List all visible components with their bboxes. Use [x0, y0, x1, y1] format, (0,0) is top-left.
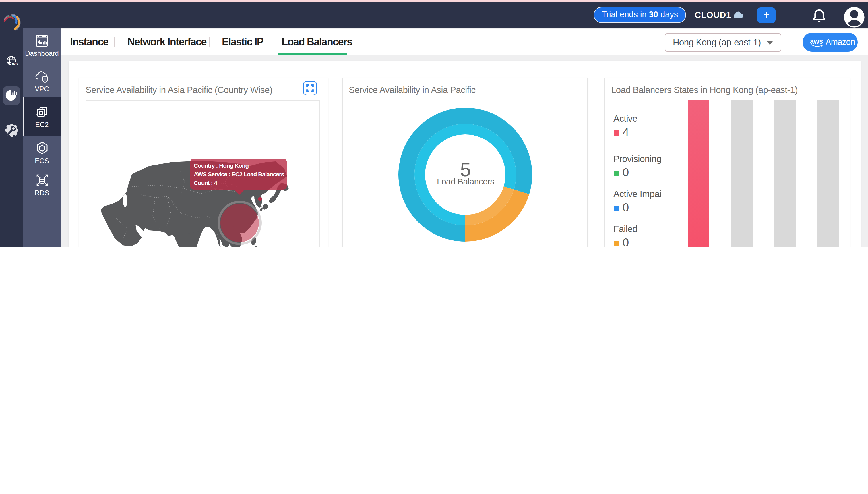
svg-text:aws: aws: [810, 37, 823, 45]
svg-text:DNS: DNS: [11, 62, 18, 66]
